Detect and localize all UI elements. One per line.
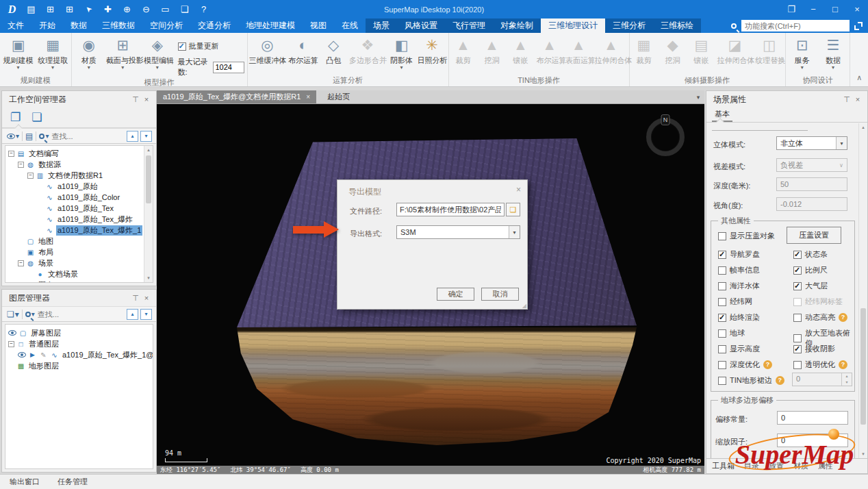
tab-list-caret-icon[interactable]: ▾ [692,90,704,103]
checkbox-transparency-optimization[interactable]: 透明优化? [793,360,847,370]
search-mode-button[interactable]: ▾ [25,310,36,318]
texture-extract-button[interactable]: ▦纹理提取▾ [36,35,69,70]
tab-basic[interactable]: 基本 [712,108,732,122]
cancel-button[interactable]: 取消 [481,288,519,301]
selectable-flag-icon[interactable]: ▶ [28,351,37,358]
dock-tab-2[interactable]: 目录 [744,461,759,471]
save-icon[interactable]: ▤ [25,3,38,16]
help-icon[interactable]: ? [763,360,772,369]
data-button[interactable]: ☰数据▾ [819,35,847,70]
pin-icon[interactable]: ⊤ [841,95,852,104]
close-button[interactable]: × [846,0,868,18]
section-projection-button[interactable]: ⊞截面与投影▾ [105,35,141,70]
tree-item-dataset[interactable]: ∿a1019_原始 [5,181,143,192]
maximize-button[interactable]: □ [824,0,846,18]
dock-tab-4[interactable]: 材质 [793,461,808,471]
checkbox-atmosphere[interactable]: 大气层 [793,281,828,291]
new-datasource-icon[interactable]: ⊞ [44,3,57,16]
tree-item-scenes[interactable]: −◍场景 [5,258,143,268]
tree-item-layouts[interactable]: ▣布局 [5,247,143,258]
navigation-compass[interactable]: N [646,118,685,156]
shadow-volume-button[interactable]: ◧阴影体▾ [387,35,416,70]
tab-3d-analysis[interactable]: 三维分析 [605,18,653,33]
help-icon[interactable]: ? [839,313,847,322]
tree-item-datasource-r1[interactable]: −▥文档使用数据R1 [5,170,143,181]
zoom-in-icon[interactable]: ⊕ [120,3,133,16]
tab-start[interactable]: 开始 [31,18,63,33]
scene-document-tab[interactable]: a1019_原始_Tex_爆炸@文档使用数据R1 × [157,90,316,103]
tree-item-dataset[interactable]: ∿a1019_原始_Tex [5,203,143,214]
pin-icon[interactable]: ⊤ [130,294,141,303]
tab-3d-plotting[interactable]: 三维标绘 [653,18,701,33]
workspace-find-input[interactable] [51,132,125,140]
fullscreen-icon[interactable] [854,22,863,30]
layer-item-terrain[interactable]: ▩地形图层 [5,360,151,371]
tree-item-charts[interactable]: ▦图表 [5,279,143,283]
checkbox-graticule[interactable]: 经纬网 [718,297,752,307]
tree-item-maps[interactable]: ▢地图 [5,236,143,247]
tab-flight-management[interactable]: 飞行管理 [445,18,493,33]
export-format-select[interactable]: S3M ▾ [396,225,520,239]
find-next-button[interactable]: ▾ [140,131,152,142]
collapse-icon[interactable]: − [27,173,34,179]
checkbox-show-overlay-objects[interactable]: 显示压盖对象 [718,231,775,241]
layer-item-normal-group[interactable]: −□普通图层 [5,338,151,349]
checkbox-dynamic-highlight[interactable]: 动态高亮? [793,312,847,323]
tab-file[interactable]: 文件 [0,18,31,33]
checkbox-show-height[interactable]: 显示高度 [718,344,760,354]
checkbox-frame-rate[interactable]: 帧率信息 [718,265,760,275]
service-button[interactable]: ⊡服务▾ [788,35,817,70]
sunlight-analysis-button[interactable]: ✳日照分析 [416,35,448,66]
zoom-out-icon[interactable]: ⊖ [140,3,153,16]
tab-object-drawing[interactable]: 对象绘制 [493,18,541,33]
tab-view[interactable]: 视图 [303,18,334,33]
ok-button[interactable]: 确定 [437,288,474,301]
pin-icon[interactable]: ⊤ [130,95,141,104]
close-panel-icon[interactable]: × [141,294,152,302]
scale-factor-input[interactable] [777,434,848,447]
scrollbar-thumb[interactable] [860,308,866,425]
batch-update-checkbox[interactable]: 批量更新 [178,41,244,51]
terrain-model-cliff[interactable] [237,327,637,445]
max-records-input[interactable] [213,62,244,73]
collapse-icon[interactable]: − [18,162,24,168]
properties-scrollbar[interactable]: ▴ ▾ [858,123,867,458]
editable-icon[interactable]: ✎ [39,351,48,359]
buffer-3d-button[interactable]: ◎三维缓冲体 [248,35,288,66]
tree-item-dataset[interactable]: ∿a1019_原始_Tex_爆炸 [5,214,143,225]
scroll-up-icon[interactable]: ▴ [859,123,867,131]
find-previous-button[interactable]: ▴ [127,309,138,320]
workspace-list-tab-icon[interactable]: ❏ [31,110,42,125]
workspace-tree-scrollbar[interactable]: ▴ ▾ [144,146,153,282]
help-icon[interactable]: ? [197,3,210,16]
tab-traffic-analysis[interactable]: 交通分析 [190,18,238,33]
layer-visible-eye-icon[interactable] [18,352,26,358]
chevron-down-icon[interactable]: ▾ [509,226,520,238]
dock-tab-toolbox[interactable]: 工具箱 [712,461,735,471]
rect-select-icon[interactable]: ▭ [159,3,172,16]
material-button[interactable]: ◉材质▾ [75,35,103,70]
dock-tab-output-window[interactable]: 输出窗口 [10,477,40,487]
minimize-button[interactable]: − [802,0,824,18]
checkbox-navigation-compass[interactable]: 导航罗盘 [718,249,760,260]
close-tab-icon[interactable]: × [306,93,310,101]
tab-style-settings[interactable]: 风格设置 [397,18,445,33]
open-folder-icon[interactable]: ❏ [178,3,191,16]
tree-item-document[interactable]: −▤文档编写 [5,148,143,159]
select-cursor-icon[interactable]: ➤ [82,3,95,16]
dock-tab-task-manager[interactable]: 任务管理 [58,477,88,487]
help-icon[interactable]: ? [839,360,847,369]
tab-3d-data[interactable]: 三维数据 [94,18,142,33]
add-layer-button[interactable]: ❏▾ [6,310,20,319]
find-previous-button[interactable]: ▴ [127,131,138,142]
function-search-input[interactable] [741,20,850,32]
scroll-up-icon[interactable]: ▴ [144,146,153,154]
layer-visible-eye-icon[interactable] [8,330,16,336]
collapse-icon[interactable]: − [8,341,14,347]
start-page-tab[interactable]: 起始页 [316,90,361,103]
rule-modeling-button[interactable]: ▣规则建模▾ [2,35,35,70]
checkbox-depth-optimization[interactable]: 深度优化? [718,360,772,370]
scrollbar-thumb[interactable] [146,155,151,203]
scroll-down-icon[interactable]: ▾ [144,274,153,282]
tab-online[interactable]: 在线 [334,18,366,33]
